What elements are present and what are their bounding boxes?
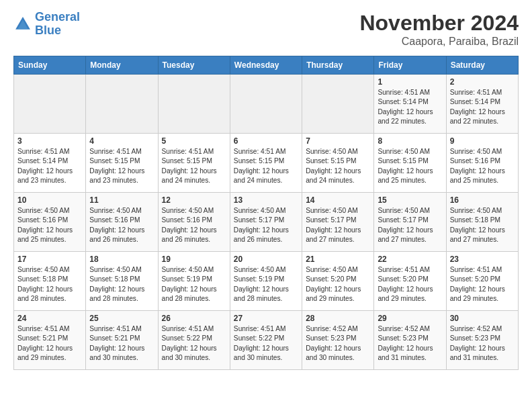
day-number: 24: [17, 314, 82, 323]
day-info: Sunrise: 4:52 AM Sunset: 5:23 PM Dayligh…: [306, 324, 370, 363]
calendar-cell: [86, 75, 158, 134]
calendar-cell: [14, 75, 86, 134]
day-number: 10: [17, 195, 82, 205]
day-number: 4: [89, 136, 154, 146]
calendar-week-4: 17Sunrise: 4:50 AM Sunset: 5:18 PM Dayli…: [14, 252, 519, 311]
day-info: Sunrise: 4:50 AM Sunset: 5:16 PM Dayligh…: [17, 206, 82, 244]
header: General Blue November 2024 Caapora, Para…: [13, 11, 519, 48]
day-info: Sunrise: 4:50 AM Sunset: 5:15 PM Dayligh…: [378, 147, 442, 185]
calendar-cell: 25Sunrise: 4:51 AM Sunset: 5:21 PM Dayli…: [86, 311, 158, 370]
calendar-cell: 13Sunrise: 4:50 AM Sunset: 5:17 PM Dayli…: [230, 193, 302, 252]
day-number: 16: [450, 195, 515, 205]
day-number: 30: [450, 314, 515, 323]
calendar-cell: 19Sunrise: 4:50 AM Sunset: 5:19 PM Dayli…: [158, 252, 230, 311]
calendar-header-friday: Friday: [374, 56, 446, 75]
day-number: 5: [162, 136, 226, 146]
day-number: 15: [378, 195, 442, 205]
day-number: 8: [378, 136, 442, 146]
day-number: 1: [378, 77, 442, 87]
calendar-cell: 11Sunrise: 4:50 AM Sunset: 5:16 PM Dayli…: [86, 193, 158, 252]
calendar-cell: 7Sunrise: 4:50 AM Sunset: 5:15 PM Daylig…: [302, 134, 374, 193]
day-info: Sunrise: 4:50 AM Sunset: 5:18 PM Dayligh…: [17, 265, 82, 304]
day-info: Sunrise: 4:51 AM Sunset: 5:22 PM Dayligh…: [162, 324, 226, 363]
day-info: Sunrise: 4:51 AM Sunset: 5:14 PM Dayligh…: [17, 147, 82, 185]
calendar-header-wednesday: Wednesday: [230, 56, 302, 75]
calendar-week-1: 1Sunrise: 4:51 AM Sunset: 5:14 PM Daylig…: [14, 75, 519, 134]
day-number: 11: [89, 195, 154, 205]
calendar-cell: 29Sunrise: 4:52 AM Sunset: 5:23 PM Dayli…: [374, 311, 446, 370]
calendar-cell: 3Sunrise: 4:51 AM Sunset: 5:14 PM Daylig…: [14, 134, 86, 193]
day-number: 7: [306, 136, 370, 146]
day-info: Sunrise: 4:51 AM Sunset: 5:21 PM Dayligh…: [17, 324, 82, 363]
day-info: Sunrise: 4:50 AM Sunset: 5:16 PM Dayligh…: [450, 147, 515, 185]
day-info: Sunrise: 4:50 AM Sunset: 5:17 PM Dayligh…: [306, 206, 370, 244]
logo-text: General Blue: [35, 11, 80, 38]
day-info: Sunrise: 4:51 AM Sunset: 5:14 PM Dayligh…: [378, 88, 442, 126]
day-number: 12: [162, 195, 226, 205]
calendar-header-sunday: Sunday: [14, 56, 86, 75]
day-info: Sunrise: 4:50 AM Sunset: 5:19 PM Dayligh…: [162, 265, 226, 304]
calendar-cell: [158, 75, 230, 134]
day-number: 26: [162, 314, 226, 323]
calendar-cell: 30Sunrise: 4:52 AM Sunset: 5:23 PM Dayli…: [446, 311, 518, 370]
location-subtitle: Caapora, Paraiba, Brazil: [359, 36, 519, 48]
day-number: 14: [306, 195, 370, 205]
calendar-cell: 18Sunrise: 4:50 AM Sunset: 5:18 PM Dayli…: [86, 252, 158, 311]
calendar-cell: 27Sunrise: 4:51 AM Sunset: 5:22 PM Dayli…: [230, 311, 302, 370]
calendar-cell: 14Sunrise: 4:50 AM Sunset: 5:17 PM Dayli…: [302, 193, 374, 252]
day-info: Sunrise: 4:51 AM Sunset: 5:20 PM Dayligh…: [450, 265, 515, 304]
day-info: Sunrise: 4:50 AM Sunset: 5:15 PM Dayligh…: [306, 147, 370, 185]
day-info: Sunrise: 4:50 AM Sunset: 5:18 PM Dayligh…: [89, 265, 154, 304]
day-info: Sunrise: 4:50 AM Sunset: 5:16 PM Dayligh…: [162, 206, 226, 244]
day-number: 21: [306, 255, 370, 264]
calendar-cell: 17Sunrise: 4:50 AM Sunset: 5:18 PM Dayli…: [14, 252, 86, 311]
day-info: Sunrise: 4:51 AM Sunset: 5:20 PM Dayligh…: [378, 265, 442, 304]
day-info: Sunrise: 4:50 AM Sunset: 5:19 PM Dayligh…: [234, 265, 298, 304]
day-number: 23: [450, 255, 515, 264]
calendar-cell: 28Sunrise: 4:52 AM Sunset: 5:23 PM Dayli…: [302, 311, 374, 370]
day-number: 27: [234, 314, 298, 323]
day-info: Sunrise: 4:50 AM Sunset: 5:17 PM Dayligh…: [378, 206, 442, 244]
calendar-cell: 24Sunrise: 4:51 AM Sunset: 5:21 PM Dayli…: [14, 311, 86, 370]
calendar-cell: 5Sunrise: 4:51 AM Sunset: 5:15 PM Daylig…: [158, 134, 230, 193]
logo: General Blue: [13, 11, 80, 38]
calendar-cell: 8Sunrise: 4:50 AM Sunset: 5:15 PM Daylig…: [374, 134, 446, 193]
day-info: Sunrise: 4:50 AM Sunset: 5:20 PM Dayligh…: [306, 265, 370, 304]
day-info: Sunrise: 4:51 AM Sunset: 5:22 PM Dayligh…: [234, 324, 298, 363]
day-info: Sunrise: 4:51 AM Sunset: 5:21 PM Dayligh…: [89, 324, 154, 363]
day-info: Sunrise: 4:51 AM Sunset: 5:15 PM Dayligh…: [162, 147, 226, 185]
calendar-cell: [230, 75, 302, 134]
calendar-cell: 21Sunrise: 4:50 AM Sunset: 5:20 PM Dayli…: [302, 252, 374, 311]
calendar-cell: 20Sunrise: 4:50 AM Sunset: 5:19 PM Dayli…: [230, 252, 302, 311]
calendar-cell: 12Sunrise: 4:50 AM Sunset: 5:16 PM Dayli…: [158, 193, 230, 252]
calendar-week-5: 24Sunrise: 4:51 AM Sunset: 5:21 PM Dayli…: [14, 311, 519, 370]
calendar: SundayMondayTuesdayWednesdayThursdayFrid…: [13, 56, 519, 370]
calendar-cell: 1Sunrise: 4:51 AM Sunset: 5:14 PM Daylig…: [374, 75, 446, 134]
calendar-cell: 9Sunrise: 4:50 AM Sunset: 5:16 PM Daylig…: [446, 134, 518, 193]
calendar-cell: 22Sunrise: 4:51 AM Sunset: 5:20 PM Dayli…: [374, 252, 446, 311]
calendar-body: 1Sunrise: 4:51 AM Sunset: 5:14 PM Daylig…: [14, 75, 519, 370]
day-number: 2: [450, 77, 515, 87]
day-info: Sunrise: 4:51 AM Sunset: 5:14 PM Dayligh…: [450, 88, 515, 126]
day-number: 22: [378, 255, 442, 264]
calendar-cell: [302, 75, 374, 134]
calendar-cell: 15Sunrise: 4:50 AM Sunset: 5:17 PM Dayli…: [374, 193, 446, 252]
calendar-header-row: SundayMondayTuesdayWednesdayThursdayFrid…: [14, 56, 519, 75]
day-number: 6: [234, 136, 298, 146]
calendar-header-tuesday: Tuesday: [158, 56, 230, 75]
day-number: 18: [89, 255, 154, 264]
day-info: Sunrise: 4:50 AM Sunset: 5:18 PM Dayligh…: [450, 206, 515, 244]
calendar-cell: 2Sunrise: 4:51 AM Sunset: 5:14 PM Daylig…: [446, 75, 518, 134]
calendar-header-monday: Monday: [86, 56, 158, 75]
day-number: 19: [162, 255, 226, 264]
day-info: Sunrise: 4:51 AM Sunset: 5:15 PM Dayligh…: [234, 147, 298, 185]
calendar-header-thursday: Thursday: [302, 56, 374, 75]
day-number: 13: [234, 195, 298, 205]
calendar-cell: 23Sunrise: 4:51 AM Sunset: 5:20 PM Dayli…: [446, 252, 518, 311]
day-info: Sunrise: 4:52 AM Sunset: 5:23 PM Dayligh…: [378, 324, 442, 363]
day-info: Sunrise: 4:51 AM Sunset: 5:15 PM Dayligh…: [89, 147, 154, 185]
day-number: 28: [306, 314, 370, 323]
calendar-cell: 26Sunrise: 4:51 AM Sunset: 5:22 PM Dayli…: [158, 311, 230, 370]
page: General Blue November 2024 Caapora, Para…: [0, 0, 532, 381]
month-title: November 2024: [359, 11, 519, 36]
